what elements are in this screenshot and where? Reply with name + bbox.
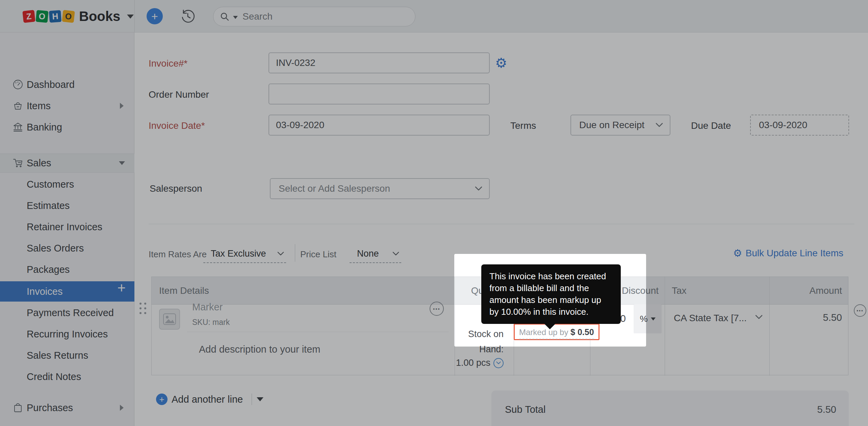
search-icon <box>220 11 230 22</box>
terms-select[interactable]: Due on Receipt <box>570 115 670 136</box>
invoice-number-input[interactable] <box>269 52 490 73</box>
sidebar-item-label: Packages <box>27 264 70 275</box>
tax-select-value[interactable]: CA State Tax [7... <box>674 313 747 324</box>
sidebar-item-items[interactable]: Items <box>0 98 134 113</box>
terms-label: Terms <box>510 120 536 131</box>
item-image-placeholder <box>159 309 180 330</box>
invoice-settings-gear-icon[interactable]: ⚙ <box>495 56 507 70</box>
add-line-dropdown-icon[interactable] <box>257 397 263 401</box>
sidebar-item-packages[interactable]: Packages <box>0 262 134 277</box>
column-divider <box>455 277 455 376</box>
logo-wordmark: Books <box>79 9 120 24</box>
item-description-placeholder[interactable]: Add description to your item <box>199 344 320 355</box>
sub-total-row: Sub Total 5.50 <box>505 404 836 415</box>
salesperson-placeholder: Select or Add Salesperson <box>279 183 390 194</box>
item-sku: SKU: mark <box>192 318 230 327</box>
sidebar-item-invoices[interactable]: Invoices + <box>0 281 134 302</box>
item-rates-value: Tax Exclusive <box>211 249 266 259</box>
price-list-value: None <box>357 249 379 259</box>
sidebar-item-label: Sales Returns <box>27 350 88 361</box>
sidebar-item-label: Invoices <box>27 286 62 297</box>
purchases-icon <box>12 402 24 413</box>
sidebar-item-dashboard[interactable]: Dashboard <box>0 77 134 92</box>
sidebar: Dashboard Items Banking Sales Customers <box>0 32 134 426</box>
col-header-amount: Amount <box>810 277 842 305</box>
price-list-select[interactable]: None <box>350 245 401 263</box>
stock-expand-icon[interactable] <box>493 358 504 368</box>
due-date-label: Due Date <box>691 120 731 131</box>
sidebar-item-estimates[interactable]: Estimates <box>0 198 134 213</box>
org-switcher-chevron-icon[interactable] <box>127 15 134 19</box>
topbar-divider <box>134 0 135 32</box>
banking-icon <box>12 121 24 133</box>
recent-history-icon[interactable] <box>180 9 195 24</box>
plus-icon: + <box>156 394 168 405</box>
submenu-arrow-icon <box>120 103 124 109</box>
order-number-label: Order Number <box>149 89 209 100</box>
item-rates-are-label: Item Rates Are <box>149 249 207 260</box>
search-input[interactable] <box>242 11 384 22</box>
sidebar-item-label: Retainer Invoices <box>27 221 102 233</box>
invoice-number-label: Invoice#* <box>149 58 187 69</box>
column-divider <box>769 277 770 376</box>
column-divider <box>665 277 665 376</box>
invoice-date-label: Invoice Date* <box>149 120 205 131</box>
order-number-input[interactable] <box>269 84 490 104</box>
sidebar-item-recurring-invoices[interactable]: Recurring Invoices <box>0 327 134 341</box>
discount-unit-select[interactable]: % <box>634 304 662 333</box>
search-scope-chevron-icon[interactable] <box>233 16 238 19</box>
chevron-down-icon <box>656 123 663 127</box>
sidebar-item-retainer-invoices[interactable]: Retainer Invoices <box>0 219 134 234</box>
markup-alert-box[interactable]: Marked up by $ 0.50 <box>514 324 599 340</box>
stock-on-hand-label: Stock on Hand: <box>468 327 504 357</box>
bulk-update-line-items-link[interactable]: ⚙ Bulk Update Line Items <box>733 248 843 259</box>
logo-letter: Z <box>22 10 35 23</box>
sidebar-item-customers[interactable]: Customers <box>0 177 134 192</box>
item-rates-select[interactable]: Tax Exclusive <box>203 245 286 263</box>
sidebar-item-credit-notes[interactable]: Credit Notes <box>0 369 134 384</box>
col-header-tax: Tax <box>672 277 687 305</box>
zoho-books-logo[interactable]: Z O H O Books <box>23 9 134 24</box>
salesperson-label: Salesperson <box>150 183 202 194</box>
chevron-down-icon <box>392 252 399 256</box>
chevron-down-icon <box>755 315 763 320</box>
sidebar-item-purchases[interactable]: Purchases <box>0 400 134 415</box>
sidebar-item-sales-returns[interactable]: Sales Returns <box>0 348 134 363</box>
add-another-line-button[interactable]: + Add another line <box>156 394 263 405</box>
sidebar-item-sales-orders[interactable]: Sales Orders <box>0 241 134 256</box>
chevron-down-icon <box>475 186 482 191</box>
global-search[interactable] <box>213 7 415 26</box>
sidebar-item-sales[interactable]: Sales <box>0 156 134 170</box>
discount-input[interactable]: 0 <box>620 313 626 324</box>
markup-tooltip: This invoice has been created from a bil… <box>481 264 621 324</box>
sidebar-item-label: Recurring Invoices <box>27 329 108 340</box>
item-name[interactable]: Marker <box>192 302 223 313</box>
terms-value: Due on Receipt <box>579 120 644 131</box>
items-icon <box>12 100 24 112</box>
rates-divider <box>295 244 295 262</box>
item-options-ellipsis-button[interactable]: ••• <box>430 302 444 316</box>
logo-letter: H <box>49 10 61 23</box>
image-icon <box>162 312 177 327</box>
due-date-input[interactable] <box>750 115 849 136</box>
sidebar-item-banking[interactable]: Banking <box>0 120 134 135</box>
row-drag-handle[interactable] <box>139 303 146 314</box>
col-header-discount: Discount <box>622 277 659 305</box>
description-divider <box>187 332 449 332</box>
gear-icon: ⚙ <box>733 248 742 258</box>
row-actions-ellipsis-button[interactable]: ••• <box>854 304 866 317</box>
add-line-label: Add another line <box>172 394 243 405</box>
zoho-books-invoice-page: Z O H O Books + <box>0 0 868 426</box>
sidebar-item-label: Dashboard <box>27 79 75 90</box>
new-invoice-plus-icon[interactable]: + <box>117 280 126 296</box>
submenu-arrow-icon <box>120 405 124 411</box>
quick-add-button[interactable]: + <box>147 8 163 24</box>
sidebar-item-label: Purchases <box>27 402 73 413</box>
stock-quantity: 1.00 pcs <box>456 358 490 368</box>
salesperson-select[interactable]: Select or Add Salesperson <box>270 178 490 199</box>
invoice-date-input[interactable] <box>269 115 490 136</box>
sidebar-item-label: Sales <box>27 158 51 169</box>
sub-total-value: 5.50 <box>817 404 836 415</box>
sidebar-item-payments-received[interactable]: Payments Received <box>0 305 134 320</box>
chevron-down-icon <box>277 252 284 256</box>
